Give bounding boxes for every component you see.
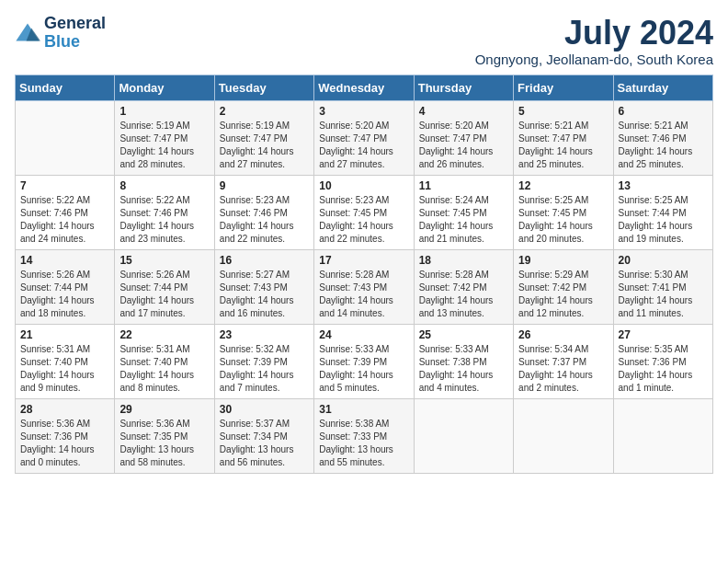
day-info: Sunrise: 5:28 AM Sunset: 7:43 PM Dayligh…	[319, 269, 408, 320]
calendar-cell: 25Sunrise: 5:33 AM Sunset: 7:38 PM Dayli…	[414, 324, 513, 398]
calendar-cell: 19Sunrise: 5:29 AM Sunset: 7:42 PM Dayli…	[514, 249, 613, 324]
calendar-cell: 20Sunrise: 5:30 AM Sunset: 7:41 PM Dayli…	[613, 249, 712, 324]
calendar-cell: 9Sunrise: 5:23 AM Sunset: 7:46 PM Daylig…	[214, 175, 313, 249]
col-header-wednesday: Wednesday	[314, 75, 414, 100]
day-number: 2	[220, 105, 309, 118]
calendar-cell: 27Sunrise: 5:35 AM Sunset: 7:36 PM Dayli…	[613, 324, 712, 398]
calendar-cell	[414, 398, 513, 473]
day-number: 15	[119, 254, 209, 267]
day-number: 16	[220, 254, 309, 267]
day-number: 9	[220, 179, 309, 192]
day-info: Sunrise: 5:21 AM Sunset: 7:46 PM Dayligh…	[619, 120, 708, 171]
day-info: Sunrise: 5:22 AM Sunset: 7:46 PM Dayligh…	[119, 194, 209, 246]
day-number: 29	[119, 403, 209, 416]
calendar-cell: 16Sunrise: 5:27 AM Sunset: 7:43 PM Dayli…	[214, 249, 313, 324]
calendar-cell: 5Sunrise: 5:21 AM Sunset: 7:47 PM Daylig…	[514, 100, 613, 175]
calendar-cell: 23Sunrise: 5:32 AM Sunset: 7:39 PM Dayli…	[214, 324, 313, 398]
day-info: Sunrise: 5:32 AM Sunset: 7:39 PM Dayligh…	[220, 343, 309, 395]
day-info: Sunrise: 5:28 AM Sunset: 7:42 PM Dayligh…	[419, 269, 508, 320]
calendar-cell: 26Sunrise: 5:34 AM Sunset: 7:37 PM Dayli…	[514, 324, 613, 398]
calendar-table: SundayMondayTuesdayWednesdayThursdayFrid…	[15, 75, 713, 474]
day-info: Sunrise: 5:19 AM Sunset: 7:47 PM Dayligh…	[220, 120, 309, 171]
calendar-week-row: 7Sunrise: 5:22 AM Sunset: 7:46 PM Daylig…	[16, 175, 713, 249]
day-info: Sunrise: 5:29 AM Sunset: 7:42 PM Dayligh…	[518, 269, 608, 320]
col-header-tuesday: Tuesday	[214, 75, 313, 100]
day-info: Sunrise: 5:26 AM Sunset: 7:44 PM Dayligh…	[119, 269, 209, 320]
month-year-title: July 2024	[475, 15, 713, 52]
calendar-cell: 2Sunrise: 5:19 AM Sunset: 7:47 PM Daylig…	[214, 100, 313, 175]
day-info: Sunrise: 5:21 AM Sunset: 7:47 PM Dayligh…	[518, 120, 608, 171]
calendar-header-row: SundayMondayTuesdayWednesdayThursdayFrid…	[16, 75, 713, 100]
calendar-cell: 13Sunrise: 5:25 AM Sunset: 7:44 PM Dayli…	[613, 175, 712, 249]
day-number: 24	[319, 328, 408, 341]
calendar-cell: 14Sunrise: 5:26 AM Sunset: 7:44 PM Dayli…	[16, 249, 115, 324]
title-block: July 2024 Ongnyong, Jeollanam-do, South …	[475, 15, 713, 67]
calendar-cell: 15Sunrise: 5:26 AM Sunset: 7:44 PM Dayli…	[115, 249, 214, 324]
day-number: 5	[518, 105, 608, 118]
calendar-cell: 11Sunrise: 5:24 AM Sunset: 7:45 PM Dayli…	[414, 175, 513, 249]
day-info: Sunrise: 5:36 AM Sunset: 7:36 PM Dayligh…	[20, 418, 109, 469]
day-info: Sunrise: 5:26 AM Sunset: 7:44 PM Dayligh…	[20, 269, 109, 320]
calendar-cell: 29Sunrise: 5:36 AM Sunset: 7:35 PM Dayli…	[115, 398, 214, 473]
calendar-week-row: 1Sunrise: 5:19 AM Sunset: 7:47 PM Daylig…	[16, 100, 713, 175]
day-info: Sunrise: 5:25 AM Sunset: 7:44 PM Dayligh…	[619, 194, 708, 246]
calendar-cell: 8Sunrise: 5:22 AM Sunset: 7:46 PM Daylig…	[115, 175, 214, 249]
day-number: 28	[20, 403, 109, 416]
col-header-friday: Friday	[514, 75, 613, 100]
calendar-week-row: 14Sunrise: 5:26 AM Sunset: 7:44 PM Dayli…	[16, 249, 713, 324]
day-number: 20	[619, 254, 708, 267]
calendar-cell: 30Sunrise: 5:37 AM Sunset: 7:34 PM Dayli…	[214, 398, 313, 473]
day-number: 31	[319, 403, 408, 416]
day-info: Sunrise: 5:27 AM Sunset: 7:43 PM Dayligh…	[220, 269, 309, 320]
day-info: Sunrise: 5:20 AM Sunset: 7:47 PM Dayligh…	[419, 120, 508, 171]
calendar-cell	[613, 398, 712, 473]
day-number: 1	[119, 105, 209, 118]
day-info: Sunrise: 5:19 AM Sunset: 7:47 PM Dayligh…	[119, 120, 209, 171]
calendar-cell: 10Sunrise: 5:23 AM Sunset: 7:45 PM Dayli…	[314, 175, 414, 249]
calendar-cell: 12Sunrise: 5:25 AM Sunset: 7:45 PM Dayli…	[514, 175, 613, 249]
day-number: 23	[220, 328, 309, 341]
calendar-cell: 7Sunrise: 5:22 AM Sunset: 7:46 PM Daylig…	[16, 175, 115, 249]
calendar-cell: 3Sunrise: 5:20 AM Sunset: 7:47 PM Daylig…	[314, 100, 414, 175]
calendar-cell: 31Sunrise: 5:38 AM Sunset: 7:33 PM Dayli…	[314, 398, 414, 473]
day-info: Sunrise: 5:20 AM Sunset: 7:47 PM Dayligh…	[319, 120, 408, 171]
day-number: 17	[319, 254, 408, 267]
calendar-cell: 24Sunrise: 5:33 AM Sunset: 7:39 PM Dayli…	[314, 324, 414, 398]
day-number: 10	[319, 179, 408, 192]
day-info: Sunrise: 5:22 AM Sunset: 7:46 PM Dayligh…	[20, 194, 109, 246]
day-info: Sunrise: 5:33 AM Sunset: 7:39 PM Dayligh…	[319, 343, 408, 395]
logo-icon	[15, 20, 40, 46]
day-number: 4	[419, 105, 508, 118]
day-number: 6	[619, 105, 708, 118]
calendar-cell: 21Sunrise: 5:31 AM Sunset: 7:40 PM Dayli…	[16, 324, 115, 398]
day-number: 26	[518, 328, 608, 341]
day-number: 27	[619, 328, 708, 341]
day-info: Sunrise: 5:33 AM Sunset: 7:38 PM Dayligh…	[419, 343, 508, 395]
day-number: 13	[619, 179, 708, 192]
col-header-sunday: Sunday	[16, 75, 115, 100]
calendar-week-row: 28Sunrise: 5:36 AM Sunset: 7:36 PM Dayli…	[16, 398, 713, 473]
day-number: 30	[220, 403, 309, 416]
location-subtitle: Ongnyong, Jeollanam-do, South Korea	[475, 52, 713, 67]
day-info: Sunrise: 5:23 AM Sunset: 7:46 PM Dayligh…	[220, 194, 309, 246]
day-number: 11	[419, 179, 508, 192]
page-header: General Blue July 2024 Ongnyong, Jeollan…	[15, 15, 713, 67]
col-header-thursday: Thursday	[414, 75, 513, 100]
calendar-week-row: 21Sunrise: 5:31 AM Sunset: 7:40 PM Dayli…	[16, 324, 713, 398]
day-number: 8	[119, 179, 209, 192]
day-number: 21	[20, 328, 109, 341]
calendar-cell: 1Sunrise: 5:19 AM Sunset: 7:47 PM Daylig…	[115, 100, 214, 175]
calendar-cell: 4Sunrise: 5:20 AM Sunset: 7:47 PM Daylig…	[414, 100, 513, 175]
col-header-saturday: Saturday	[613, 75, 712, 100]
day-number: 19	[518, 254, 608, 267]
day-info: Sunrise: 5:30 AM Sunset: 7:41 PM Dayligh…	[619, 269, 708, 320]
day-info: Sunrise: 5:36 AM Sunset: 7:35 PM Dayligh…	[119, 418, 209, 469]
day-info: Sunrise: 5:38 AM Sunset: 7:33 PM Dayligh…	[319, 418, 408, 469]
day-info: Sunrise: 5:35 AM Sunset: 7:36 PM Dayligh…	[619, 343, 708, 395]
day-info: Sunrise: 5:31 AM Sunset: 7:40 PM Dayligh…	[20, 343, 109, 395]
calendar-cell: 6Sunrise: 5:21 AM Sunset: 7:46 PM Daylig…	[613, 100, 712, 175]
calendar-cell: 28Sunrise: 5:36 AM Sunset: 7:36 PM Dayli…	[16, 398, 115, 473]
day-info: Sunrise: 5:31 AM Sunset: 7:40 PM Dayligh…	[119, 343, 209, 395]
day-info: Sunrise: 5:24 AM Sunset: 7:45 PM Dayligh…	[419, 194, 508, 246]
calendar-cell	[514, 398, 613, 473]
